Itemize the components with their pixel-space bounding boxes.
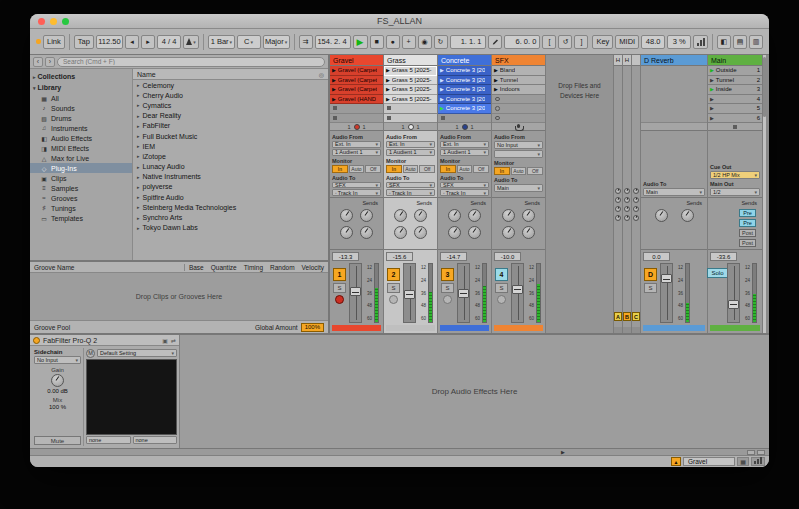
browser-folder-row[interactable]: ▸ Celemony <box>133 80 328 90</box>
clip-launch-icon[interactable]: ▶ <box>386 67 390 73</box>
fader-handle[interactable] <box>512 285 523 294</box>
clip-slot[interactable]: ▶ Grass 5 [2025- <box>384 66 437 76</box>
clip-slot[interactable]: ▶ Gravel (Carpet <box>330 85 383 95</box>
device-drop-zone[interactable]: Drop Audio Effects Here <box>180 335 769 448</box>
midi-map-button[interactable]: MIDI <box>615 35 639 49</box>
return-knob[interactable] <box>624 197 630 203</box>
browser-folder-row[interactable]: ▸ Lunacy Audio <box>133 162 328 172</box>
overdub-button[interactable]: + <box>402 35 416 49</box>
send-b-knob[interactable] <box>414 209 427 222</box>
pre-post-toggle[interactable]: Pre <box>739 219 756 227</box>
folder-disclosure-icon[interactable]: ▸ <box>137 92 140 98</box>
fader-handle[interactable] <box>404 290 415 299</box>
clip-slot[interactable]: ▶ Concrete 3 [20 <box>438 104 491 114</box>
input-type-chooser[interactable]: Ext. In▾ <box>386 141 435 148</box>
scale-name-menu[interactable]: Major▾ <box>263 35 290 49</box>
folder-disclosure-icon[interactable]: ▸ <box>137 204 140 210</box>
return-title[interactable]: H <box>623 55 631 66</box>
folder-disclosure-icon[interactable]: ▸ <box>137 133 140 139</box>
browser-folder-row[interactable]: ▸ Synchro Arts <box>133 212 328 222</box>
folder-disclosure-icon[interactable]: ▸ <box>137 174 140 180</box>
track-activator-button[interactable]: 2 <box>387 268 400 281</box>
capture-midi-button[interactable]: ↻ <box>434 35 448 49</box>
zoom-button[interactable] <box>62 18 69 25</box>
clip-slot[interactable]: ▶ Tunnel <box>492 76 545 86</box>
browser-folder-row[interactable]: ▸ Dear Reality <box>133 111 328 121</box>
return-title-d-reverb[interactable]: D Reverb <box>641 55 707 66</box>
browser-folder-row[interactable]: ▸ Spitfire Audio <box>133 192 328 202</box>
send-a-knob[interactable] <box>502 209 515 222</box>
clip-launch-icon[interactable]: ▶ <box>494 77 498 83</box>
empty-clip-slot[interactable] <box>492 114 545 124</box>
folder-disclosure-icon[interactable]: ▸ <box>137 225 140 231</box>
output-chooser[interactable]: SFX▾ <box>386 182 435 189</box>
name-column-header[interactable]: Name <box>137 71 156 78</box>
output-chooser[interactable]: Main▾ <box>643 188 705 196</box>
volume-display[interactable]: -15.6 <box>386 252 413 261</box>
search-box[interactable] <box>57 57 325 67</box>
quantize-menu[interactable]: 1 Bar▾ <box>208 35 234 49</box>
pre-post-toggle[interactable]: Pre <box>739 209 756 217</box>
list-header[interactable]: Name ◎ <box>133 69 328 80</box>
volume-fader[interactable] <box>660 263 673 323</box>
return-knob[interactable] <box>633 188 639 194</box>
solo-cue-button[interactable]: Solo <box>707 268 729 278</box>
sidebar-item[interactable]: ♯ Tunings <box>30 203 132 213</box>
sidechain-input-chooser[interactable]: No Input▾ <box>34 356 81 364</box>
tap-tempo-button[interactable]: Tap <box>74 35 94 49</box>
input-channel-chooser[interactable]: 1 Audient 1▾ <box>440 149 489 156</box>
volume-fader[interactable] <box>349 263 362 323</box>
plugin-window-button[interactable]: M <box>86 349 95 358</box>
clip-launch-icon[interactable]: ▶ <box>494 67 498 73</box>
send-a-knob[interactable] <box>448 209 461 222</box>
sidebar-item[interactable]: ▣ Clips <box>30 173 132 183</box>
monitor-auto-button[interactable]: Auto <box>403 165 419 173</box>
input-channel-chooser[interactable]: ▾ <box>494 150 543 158</box>
return-knob[interactable] <box>633 197 639 203</box>
clip-slot[interactable]: ▶ Gravel (Carpet <box>330 76 383 86</box>
volume-fader[interactable] <box>403 263 416 323</box>
gain-value[interactable]: 0.00 dB <box>47 388 68 394</box>
clip-launch-icon[interactable]: ▶ <box>440 105 444 111</box>
scene-launch-icon[interactable]: ▶ <box>710 67 714 73</box>
clip-slot[interactable]: ▶ Bland <box>492 66 545 76</box>
sidebar-item[interactable]: ▧ Drums <box>30 113 132 123</box>
return-knob[interactable] <box>624 206 630 212</box>
mix-value[interactable]: 100 % <box>49 404 66 410</box>
browser-forward-button[interactable]: › <box>45 57 55 67</box>
track-title-sfx[interactable]: SFX <box>492 55 545 66</box>
browser-folder-row[interactable]: ▸ iZotope <box>133 151 328 161</box>
return-knob[interactable] <box>633 215 639 221</box>
return-knob[interactable] <box>615 197 621 203</box>
global-amount-field[interactable]: 100% <box>301 323 324 332</box>
loop-toggle[interactable]: ↺ <box>558 35 572 49</box>
scene-launch-icon[interactable]: ▶ <box>710 115 714 121</box>
folder-disclosure-icon[interactable]: ▸ <box>137 153 140 159</box>
output-chooser[interactable]: SFX▾ <box>332 182 381 189</box>
send-d-knob[interactable] <box>522 226 535 239</box>
folder-disclosure-icon[interactable]: ▸ <box>137 194 140 200</box>
play-button[interactable]: ▶ <box>353 35 368 49</box>
empty-clip-slot[interactable] <box>492 104 545 114</box>
clip-slot[interactable]: ▶ Concrete 3 [20 <box>438 85 491 95</box>
param-slot-1[interactable]: none <box>86 436 131 444</box>
return-knob[interactable] <box>615 215 621 221</box>
send-c-knob[interactable] <box>340 226 353 239</box>
session-record-button[interactable]: ◉ <box>418 35 432 49</box>
clip-grid-icon[interactable]: ▦ <box>737 457 749 466</box>
volume-fader[interactable] <box>511 263 524 323</box>
solo-button[interactable]: S <box>387 283 400 293</box>
chain-view-toggle-icon-2[interactable] <box>757 450 765 455</box>
volume-display[interactable]: 0.0 <box>643 252 670 261</box>
clip-launch-icon[interactable]: ▶ <box>494 86 498 92</box>
sidebar-item[interactable]: ≡ Samples <box>30 183 132 193</box>
clip-launch-icon[interactable]: ▶ <box>440 67 444 73</box>
return-knob[interactable] <box>615 188 621 194</box>
chain-arrow-icon[interactable]: ▶ <box>561 450 565 455</box>
sidebar-item[interactable]: ♪ Sounds <box>30 103 132 113</box>
browser-folder-row[interactable]: ▸ Cherry Audio <box>133 90 328 100</box>
monitor-auto-button[interactable]: Auto <box>349 165 365 173</box>
record-button[interactable]: ● <box>386 35 400 49</box>
input-channel-chooser[interactable]: 1 Audient 1▾ <box>332 149 381 156</box>
volume-fader[interactable] <box>457 263 470 323</box>
